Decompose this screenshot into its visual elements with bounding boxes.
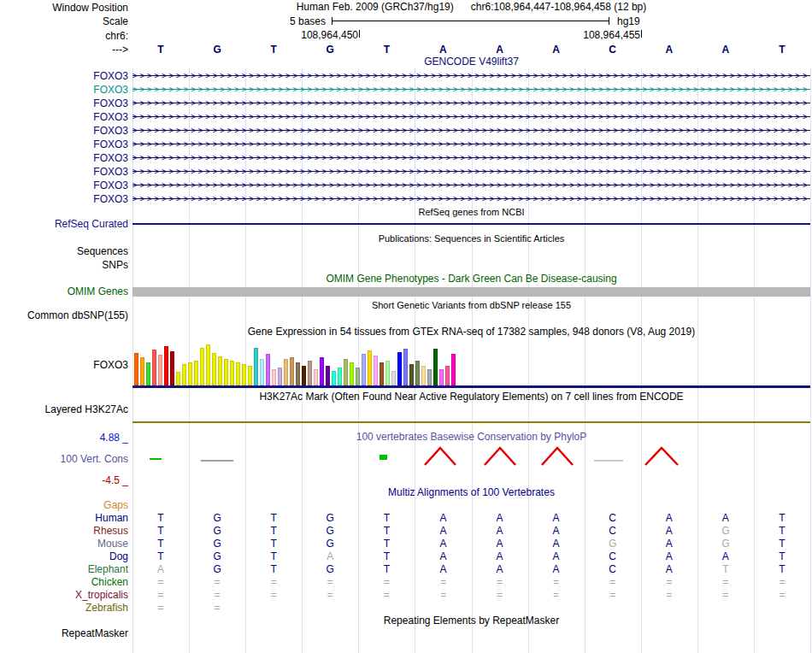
gtex-bar[interactable] bbox=[194, 361, 198, 385]
gtex-bar[interactable] bbox=[230, 361, 234, 385]
gene-track-label[interactable]: FOXO3 bbox=[0, 138, 128, 150]
refseq-curated-label[interactable]: RefSeq Curated bbox=[0, 218, 128, 230]
gtex-bar[interactable] bbox=[260, 359, 264, 385]
publications-track-title[interactable]: Publications: Sequences in Scientific Ar… bbox=[132, 233, 810, 244]
gene-transcript-row[interactable]: >>>>>>>>>>>>>>>>>>>>>>>>>>>>>>>>>>>>>>>>… bbox=[132, 165, 810, 179]
gtex-bar[interactable] bbox=[236, 362, 240, 385]
publications-snps-label[interactable]: SNPs bbox=[0, 259, 128, 271]
gtex-bar[interactable] bbox=[362, 354, 366, 385]
gene-transcript-row[interactable]: >>>>>>>>>>>>>>>>>>>>>>>>>>>>>>>>>>>>>>>>… bbox=[132, 69, 810, 83]
gene-track-label[interactable]: FOXO3 bbox=[0, 70, 128, 82]
gtex-bar[interactable] bbox=[224, 359, 228, 385]
gtex-bar[interactable] bbox=[421, 366, 426, 385]
gene-transcript-row[interactable]: >>>>>>>>>>>>>>>>>>>>>>>>>>>>>>>>>>>>>>>>… bbox=[132, 110, 810, 124]
gtex-bar[interactable] bbox=[439, 369, 444, 385]
gtex-bar[interactable] bbox=[374, 356, 378, 385]
gtex-bar[interactable] bbox=[344, 359, 348, 385]
gtex-bar[interactable] bbox=[242, 364, 246, 385]
gene-track-label[interactable]: FOXO3 bbox=[0, 179, 128, 191]
gtex-bar[interactable] bbox=[385, 361, 390, 385]
gtex-bar[interactable] bbox=[212, 353, 216, 385]
gtex-bar[interactable] bbox=[433, 349, 438, 385]
gtex-bar[interactable] bbox=[152, 350, 156, 385]
gene-transcript-row[interactable]: >>>>>>>>>>>>>>>>>>>>>>>>>>>>>>>>>>>>>>>>… bbox=[132, 124, 810, 138]
gene-track-label[interactable]: FOXO3 bbox=[0, 166, 128, 178]
gtex-bar[interactable] bbox=[182, 364, 186, 385]
common-dbsnp-label[interactable]: Common dbSNP(155) bbox=[0, 309, 128, 321]
species-label[interactable]: Dog bbox=[0, 550, 128, 562]
gtex-bar[interactable] bbox=[188, 362, 192, 385]
phylop-track-label[interactable]: 100 Vert. Cons bbox=[0, 453, 128, 465]
gtex-bar[interactable] bbox=[338, 368, 342, 385]
gene-track-label[interactable]: FOXO3 bbox=[0, 111, 128, 123]
gtex-gene-label[interactable]: FOXO3 bbox=[0, 359, 128, 371]
gtex-bar[interactable] bbox=[284, 359, 288, 385]
gtex-bar[interactable] bbox=[218, 356, 222, 385]
dbsnp-track-title[interactable]: Short Genetic Variants from dbSNP releas… bbox=[132, 300, 810, 311]
gene-track-label[interactable]: FOXO3 bbox=[0, 84, 128, 96]
gtex-bar[interactable] bbox=[170, 351, 174, 385]
gene-transcript-row[interactable]: >>>>>>>>>>>>>>>>>>>>>>>>>>>>>>>>>>>>>>>>… bbox=[132, 97, 810, 110]
gtex-bar[interactable] bbox=[368, 350, 372, 385]
gtex-bar[interactable] bbox=[200, 348, 204, 385]
h3k27ac-track-title[interactable]: H3K27Ac Mark (Often Found Near Active Re… bbox=[132, 391, 810, 403]
gtex-bar[interactable] bbox=[397, 352, 402, 385]
species-label[interactable]: Rhesus bbox=[0, 525, 128, 537]
gtex-bar[interactable] bbox=[290, 357, 294, 385]
species-label[interactable]: Chicken bbox=[0, 576, 128, 588]
gtex-bar[interactable] bbox=[409, 364, 414, 385]
gtex-bar[interactable] bbox=[164, 346, 168, 385]
gtex-bar[interactable] bbox=[391, 371, 396, 385]
species-label[interactable]: Elephant bbox=[0, 563, 128, 575]
gene-transcript-row[interactable]: >>>>>>>>>>>>>>>>>>>>>>>>>>>>>>>>>>>>>>>>… bbox=[132, 192, 810, 206]
omim-track-title[interactable]: OMIM Gene Phenotypes - Dark Green Can Be… bbox=[132, 274, 810, 285]
gtex-bar[interactable] bbox=[320, 357, 324, 385]
gtex-bar[interactable] bbox=[427, 369, 432, 385]
phylop-conservation-track[interactable] bbox=[132, 439, 810, 479]
gtex-bar[interactable] bbox=[206, 344, 210, 385]
gene-track-label[interactable]: FOXO3 bbox=[0, 97, 128, 109]
species-label[interactable]: Gaps bbox=[0, 499, 128, 511]
species-label[interactable]: Zebrafish bbox=[0, 602, 128, 614]
gtex-bar[interactable] bbox=[272, 369, 276, 385]
gene-track-label[interactable]: FOXO3 bbox=[0, 125, 128, 137]
gtex-bar[interactable] bbox=[296, 362, 300, 385]
gene-transcript-row[interactable]: >>>>>>>>>>>>>>>>>>>>>>>>>>>>>>>>>>>>>>>>… bbox=[132, 83, 810, 97]
gtex-bar[interactable] bbox=[254, 348, 258, 385]
gtex-bar[interactable] bbox=[332, 371, 336, 385]
omim-gene-bar[interactable] bbox=[132, 287, 810, 297]
gtex-bar[interactable] bbox=[146, 362, 150, 385]
omim-genes-label[interactable]: OMIM Genes bbox=[0, 285, 128, 297]
gene-track-label[interactable]: FOXO3 bbox=[0, 193, 128, 205]
gtex-bar[interactable] bbox=[350, 362, 354, 385]
gtex-bar[interactable] bbox=[278, 368, 282, 385]
repeatmasker-label[interactable]: RepeatMasker bbox=[0, 627, 128, 639]
gene-track-label[interactable]: FOXO3 bbox=[0, 152, 128, 164]
refseq-curated-item[interactable] bbox=[132, 223, 810, 225]
gtex-track-title[interactable]: Gene Expression in 54 tissues from GTEx … bbox=[132, 326, 810, 338]
gtex-bar[interactable] bbox=[134, 353, 138, 385]
gtex-bar[interactable] bbox=[356, 368, 360, 385]
gtex-bar[interactable] bbox=[248, 366, 252, 385]
species-label[interactable]: Mouse bbox=[0, 538, 128, 550]
gtex-bar[interactable] bbox=[451, 354, 456, 385]
gtex-bar[interactable] bbox=[266, 354, 270, 385]
gene-transcript-row[interactable]: >>>>>>>>>>>>>>>>>>>>>>>>>>>>>>>>>>>>>>>>… bbox=[132, 179, 810, 192]
phylop-track-title[interactable]: 100 vertebrates Basewise Conservation by… bbox=[132, 432, 810, 443]
gene-transcript-row[interactable]: >>>>>>>>>>>>>>>>>>>>>>>>>>>>>>>>>>>>>>>>… bbox=[132, 138, 810, 151]
gtex-bar[interactable] bbox=[403, 349, 408, 385]
multiz-track-title[interactable]: Multiz Alignments of 100 Vertebrates bbox=[132, 487, 810, 498]
gene-transcript-row[interactable]: >>>>>>>>>>>>>>>>>>>>>>>>>>>>>>>>>>>>>>>>… bbox=[132, 151, 810, 165]
gtex-bar[interactable] bbox=[302, 366, 306, 385]
species-label[interactable]: Human bbox=[0, 512, 128, 524]
gtex-bar[interactable] bbox=[314, 369, 318, 385]
layered-h3k27ac-label[interactable]: Layered H3K27Ac bbox=[0, 403, 128, 415]
refseq-track-title[interactable]: RefSeq genes from NCBI bbox=[132, 207, 810, 218]
gtex-bar[interactable] bbox=[308, 361, 312, 385]
gtex-bar[interactable] bbox=[445, 366, 450, 385]
gtex-bar[interactable] bbox=[176, 372, 180, 385]
gencode-track-title[interactable]: GENCODE V49lift37 bbox=[132, 56, 810, 68]
publications-sequences-label[interactable]: Sequences bbox=[0, 245, 128, 257]
gtex-bar[interactable] bbox=[415, 361, 420, 385]
gtex-bar[interactable] bbox=[326, 366, 330, 385]
